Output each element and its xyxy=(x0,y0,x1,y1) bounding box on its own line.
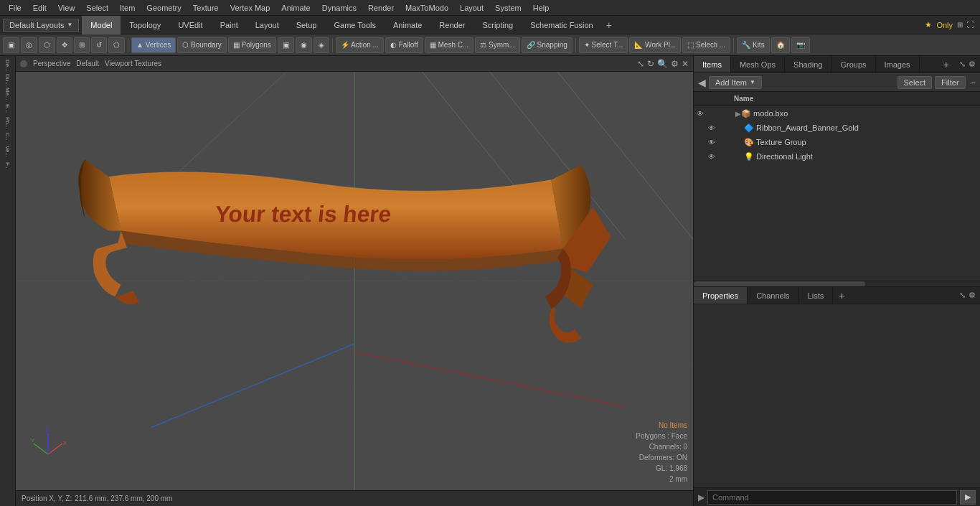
add-item-button[interactable]: Add Item ▼ xyxy=(709,76,762,89)
viewport-icon-zoom[interactable]: 🔍 xyxy=(657,59,668,69)
rp-tab-items[interactable]: Items xyxy=(694,56,731,72)
add-layout-button[interactable]: + xyxy=(602,18,616,32)
panel-icon-settings[interactable]: ⚙ xyxy=(969,60,976,69)
menu-texture[interactable]: Texture xyxy=(187,2,225,14)
menu-animate[interactable]: Animate xyxy=(275,2,316,14)
items-select-button[interactable]: Select xyxy=(897,76,933,89)
tool-mesh-c[interactable]: ▦ Mesh C... xyxy=(425,37,474,53)
props-tab-lists[interactable]: Lists xyxy=(799,287,834,304)
tool-circle[interactable]: ◎ xyxy=(21,37,37,53)
tool-symm[interactable]: ⚖ Symm... xyxy=(475,37,519,53)
list-item[interactable]: 👁 ▶ 📦 modo.bxo xyxy=(694,106,980,121)
props-icon-settings[interactable]: ⚙ xyxy=(969,291,976,300)
menu-dynamics[interactable]: Dynamics xyxy=(316,2,362,14)
command-input[interactable] xyxy=(707,490,957,505)
eye-icon[interactable]: 👁 xyxy=(697,110,704,118)
menu-file[interactable]: File xyxy=(3,2,27,14)
list-item[interactable]: 👁 💡 Directional Light xyxy=(694,149,980,164)
eye-icon[interactable]: 👁 xyxy=(708,124,715,132)
menu-render[interactable]: Render xyxy=(362,2,400,14)
tool-selecti[interactable]: ⬚ Selecti ... xyxy=(682,37,730,53)
tool-hex[interactable]: ⬡ xyxy=(39,37,55,53)
tool-boundary[interactable]: ⬡ Boundary xyxy=(177,37,227,53)
add-properties-tab-button[interactable]: + xyxy=(833,287,850,304)
sidebar-icon-3[interactable]: Me... xyxy=(1,88,14,100)
tool-falloff[interactable]: ◐ Falloff xyxy=(385,37,423,53)
menu-view[interactable]: View xyxy=(52,2,81,14)
viewport-icon-refresh[interactable]: ↻ xyxy=(647,59,654,69)
tool-shape[interactable]: ⬠ xyxy=(108,37,125,53)
list-item[interactable]: 👁 🎨 Texture Group xyxy=(694,135,980,149)
tool-camera[interactable]: 📷 xyxy=(791,37,810,53)
menu-help[interactable]: Help xyxy=(527,2,555,14)
sidebar-icon-1[interactable]: De... xyxy=(1,59,14,72)
layout-tab-setup[interactable]: Setup xyxy=(288,16,326,34)
viewport-perspective[interactable]: Perspective xyxy=(33,60,70,67)
viewport-textures[interactable]: Viewport Textures xyxy=(105,60,161,67)
menu-layout[interactable]: Layout xyxy=(454,2,489,14)
tool-select[interactable]: ▣ xyxy=(3,37,19,53)
menu-select[interactable]: Select xyxy=(80,2,114,14)
viewport-default[interactable]: Default xyxy=(76,60,99,67)
layouts-dropdown[interactable]: Default Layouts ▼ xyxy=(3,19,79,32)
layout-tab-schematic[interactable]: Schematic Fusion xyxy=(522,16,601,34)
tool-b1[interactable]: ▣ xyxy=(278,37,294,53)
menu-item[interactable]: Item xyxy=(114,2,141,14)
layout-tab-model[interactable]: Model xyxy=(82,16,121,34)
tool-vertices[interactable]: ▲ Vertices xyxy=(131,37,176,53)
tool-move[interactable]: ✥ xyxy=(57,37,72,53)
rp-tab-groups[interactable]: Groups xyxy=(831,56,875,72)
viewport-icon-settings[interactable]: ⚙ xyxy=(671,59,679,69)
props-icon-expand[interactable]: ⤡ xyxy=(959,291,966,300)
items-scrollbar[interactable] xyxy=(694,281,980,286)
menu-edit[interactable]: Edit xyxy=(27,2,52,14)
layout-tab-animate[interactable]: Animate xyxy=(385,16,430,34)
tool-b3[interactable]: ◈ xyxy=(314,37,329,53)
rp-tab-shading[interactable]: Shading xyxy=(785,56,831,72)
viewport[interactable]: Your text is here X Y Z No Items Polygon… xyxy=(16,72,693,490)
tool-rotate[interactable]: ↺ xyxy=(91,37,107,53)
eye-icon[interactable]: 👁 xyxy=(708,139,715,146)
props-tab-channels[interactable]: Channels xyxy=(748,287,798,304)
sidebar-icon-7[interactable]: Ve... xyxy=(1,145,14,158)
layout-tab-scripting[interactable]: Scripting xyxy=(473,16,522,34)
tool-work-pl[interactable]: 📐 Work Pl... xyxy=(629,37,681,53)
viewport-icon-close[interactable]: ✕ xyxy=(682,59,689,69)
sidebar-icon-2[interactable]: Du... xyxy=(1,73,14,86)
layout-tab-gametools[interactable]: Game Tools xyxy=(325,16,385,34)
minus-icon[interactable]: − xyxy=(971,78,976,87)
tool-snapping[interactable]: 🔗 Snapping xyxy=(522,37,573,53)
tool-b2[interactable]: ◉ xyxy=(296,37,312,53)
layout-tab-render[interactable]: Render xyxy=(430,16,473,34)
add-panel-tab-button[interactable]: + xyxy=(938,56,955,72)
tool-select-t[interactable]: ✦ Select T... xyxy=(579,37,628,53)
menu-maxtomodo[interactable]: MaxToModo xyxy=(400,2,454,14)
sidebar-icon-8[interactable]: F... xyxy=(1,159,14,172)
rp-tab-meshops[interactable]: Mesh Ops xyxy=(731,56,785,72)
left-arrow-icon[interactable]: ◀ xyxy=(698,77,706,88)
layout-tab-uvedit[interactable]: UVEdit xyxy=(169,16,211,34)
layout-tab-layout[interactable]: Layout xyxy=(247,16,288,34)
tool-kits[interactable]: 🔧 Kits xyxy=(737,37,769,53)
tool-action[interactable]: ⚡ Action ... xyxy=(336,37,384,53)
tool-polygons[interactable]: ▦ Polygons xyxy=(228,37,276,53)
sidebar-icon-4[interactable]: E... xyxy=(1,102,14,115)
viewport-icon-expand[interactable]: ⤡ xyxy=(637,59,644,69)
menu-system[interactable]: System xyxy=(489,2,527,14)
rp-tab-images[interactable]: Images xyxy=(876,56,920,72)
tool-home[interactable]: 🏠 xyxy=(771,37,790,53)
props-tab-properties[interactable]: Properties xyxy=(694,287,748,304)
command-submit-button[interactable]: ▶ xyxy=(960,490,976,505)
sidebar-icon-6[interactable]: C... xyxy=(1,131,14,144)
viewport-menu-dot[interactable] xyxy=(20,60,27,67)
list-item[interactable]: 👁 🔷 Ribbon_Award_Banner_Gold xyxy=(694,121,980,135)
layout-tab-topology[interactable]: Topology xyxy=(121,16,169,34)
panel-icon-expand[interactable]: ⤡ xyxy=(959,60,966,69)
menu-geometry[interactable]: Geometry xyxy=(141,2,187,14)
items-filter-button[interactable]: Filter xyxy=(935,76,965,89)
layout-tab-paint[interactable]: Paint xyxy=(212,16,247,34)
menu-vertex-map[interactable]: Vertex Map xyxy=(225,2,276,14)
sidebar-icon-5[interactable]: Po... xyxy=(1,116,14,129)
tool-grid[interactable]: ⊞ xyxy=(74,37,90,53)
eye-icon[interactable]: 👁 xyxy=(708,153,715,161)
